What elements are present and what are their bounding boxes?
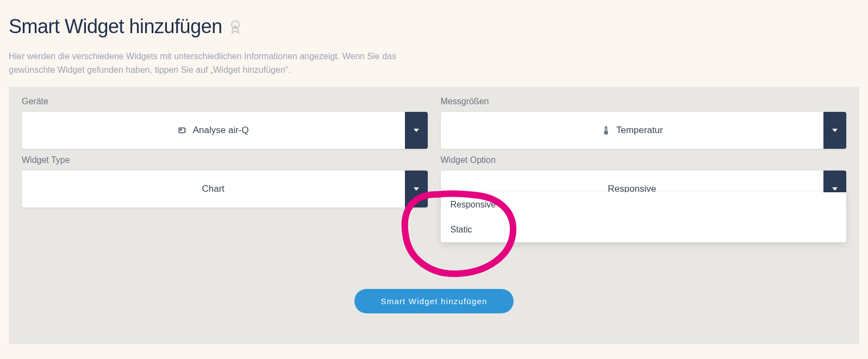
widget-type-label: Widget Type [22,155,428,165]
page-subtitle: Hier werden die verschiedene Widgets mit… [9,50,422,77]
chevron-down-icon [414,187,419,191]
svg-point-6 [605,131,607,133]
devices-dropdown-toggle[interactable] [405,112,428,149]
widget-type-selected-value: Chart [202,184,224,194]
measures-selected-value: Temperatur [616,125,663,136]
widget-option-item-static[interactable]: Static [441,217,847,242]
widget-option-label: Widget Option [441,155,847,165]
svg-rect-5 [180,129,181,130]
add-smart-widget-button[interactable]: Smart Widget hinzufügen [354,289,513,313]
chevron-down-icon [832,129,838,132]
measures-label: Messgrößen [441,97,847,106]
widget-type-dropdown-toggle[interactable] [405,171,428,207]
chevron-down-icon [832,187,838,191]
widget-option-item-responsive[interactable]: Responsive [441,192,847,217]
measures-dropdown-toggle[interactable] [823,112,846,149]
devices-label: Geräte [22,97,428,106]
award-ribbon-icon [228,19,243,34]
devices-selected-value: Analyse air-Q [193,125,249,136]
widget-type-select[interactable]: Chart [22,171,405,207]
page-title: Smart Widget hinzufügen [9,15,222,38]
thermometer-icon [601,125,611,135]
devices-select[interactable]: Analyse air-Q [22,112,405,149]
measures-select[interactable]: Temperatur [441,112,824,149]
device-rectangle-icon [178,125,188,135]
chevron-down-icon [414,129,419,132]
widget-config-panel: Geräte Analyse air-Q [9,87,859,344]
widget-option-dropdown-menu: Responsive Static [441,192,847,242]
